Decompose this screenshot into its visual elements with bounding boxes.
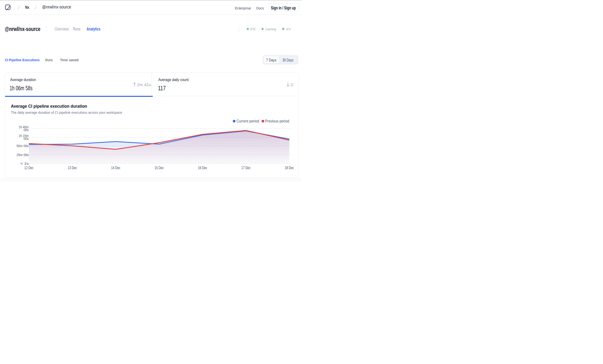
svg-text:00s: 00s (24, 137, 29, 141)
svg-text:12 Dec: 12 Dec (24, 166, 34, 170)
svg-text:16 Dec: 16 Dec (198, 166, 207, 170)
svg-text:00s: 00s (24, 128, 29, 132)
svg-text:15 Dec: 15 Dec (155, 166, 164, 170)
svg-text:< 1s: < 1s (20, 162, 29, 165)
svg-text:18 Dec: 18 Dec (285, 166, 294, 170)
svg-text:13 Dec: 13 Dec (68, 166, 77, 170)
svg-text:17 Dec: 17 Dec (242, 166, 251, 170)
svg-text:25m 00s: 25m 00s (16, 153, 29, 157)
svg-text:50m 00s: 50m 00s (16, 144, 29, 148)
svg-text:14 Dec: 14 Dec (111, 166, 120, 170)
